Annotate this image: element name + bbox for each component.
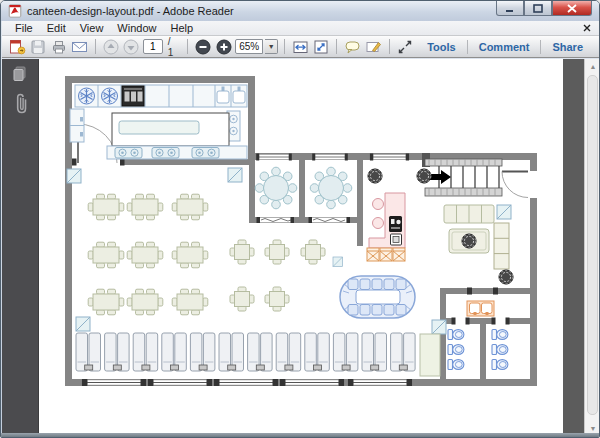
comment-button[interactable]: Comment <box>468 41 541 53</box>
wall-mirror <box>497 205 511 219</box>
window-controls <box>496 1 592 16</box>
kitchen-area <box>70 85 247 159</box>
comment-bubble-icon[interactable] <box>343 38 362 56</box>
save-icon[interactable] <box>29 38 48 56</box>
fit-width-icon[interactable] <box>291 38 310 56</box>
email-icon[interactable] <box>70 38 89 56</box>
storage-cabinet <box>420 334 440 376</box>
close-button[interactable] <box>552 1 592 16</box>
service-counter <box>367 193 405 261</box>
coffee-machine <box>389 216 402 232</box>
staircase <box>425 159 502 196</box>
kitchen-island <box>112 113 229 146</box>
dining-area <box>88 194 325 315</box>
canteen-floor-plan <box>65 76 537 386</box>
next-page-icon[interactable] <box>122 38 141 56</box>
scrollbar-thumb[interactable] <box>587 75 598 415</box>
document-area: ▲ ▼ <box>2 59 600 435</box>
zoom-dropdown-arrow[interactable]: ▼ <box>265 39 278 54</box>
stove-counter <box>107 146 247 159</box>
toolbar-separator <box>95 39 96 54</box>
sign-stamp-icon[interactable] <box>364 38 383 56</box>
page-number-input[interactable] <box>143 39 163 54</box>
zoom-out-icon[interactable] <box>194 38 213 56</box>
zoom-level-value[interactable]: 65% <box>235 39 264 54</box>
toolbar-separator <box>336 39 337 54</box>
navigation-pane <box>2 59 39 435</box>
print-icon[interactable] <box>49 38 68 56</box>
toolbar-separator <box>284 39 285 54</box>
vertical-scrollbar[interactable]: ▲ ▼ <box>584 59 600 435</box>
fit-page-icon[interactable] <box>312 38 331 56</box>
kitchen-cabinets <box>70 109 84 142</box>
menu-view[interactable]: View <box>73 21 111 35</box>
adobe-reader-app-icon <box>8 4 22 18</box>
oval-banquet-table <box>340 276 415 318</box>
maximize-button[interactable] <box>524 1 552 16</box>
window-title: canteen-design-layout.pdf - Adobe Reader <box>27 5 234 17</box>
pdf-page[interactable] <box>39 59 563 435</box>
adobe-reader-window: canteen-design-layout.pdf - Adobe Reader… <box>0 0 600 438</box>
toolbar-right-actions: Tools Comment Share <box>416 40 594 54</box>
page-total-label: / 1 <box>168 36 178 58</box>
menu-window[interactable]: Window <box>110 21 163 35</box>
open-icon[interactable] <box>8 38 27 56</box>
lounge-area <box>444 205 511 269</box>
round-table-2 <box>310 167 352 209</box>
menu-edit[interactable]: Edit <box>40 21 73 35</box>
share-button[interactable]: Share <box>541 41 594 53</box>
page-thumbnails-icon[interactable] <box>11 65 29 83</box>
document-pane: ▲ ▼ <box>39 59 600 435</box>
menu-bar: File Edit View Window Help <box>2 21 600 36</box>
tools-button[interactable]: Tools <box>416 41 467 53</box>
attachments-paperclip-icon[interactable] <box>12 93 28 115</box>
restroom-sinks <box>467 301 494 316</box>
document-close-icon[interactable] <box>580 22 594 34</box>
scroll-up-icon[interactable]: ▲ <box>585 59 600 73</box>
booth-seating-row <box>76 333 415 371</box>
round-table-1 <box>255 167 297 209</box>
previous-page-icon[interactable] <box>102 38 121 56</box>
minimize-button[interactable] <box>496 1 524 16</box>
toolbar-separator <box>187 39 188 54</box>
menu-file[interactable]: File <box>8 21 40 35</box>
zoom-in-icon[interactable] <box>214 38 233 56</box>
fullscreen-icon[interactable] <box>396 38 415 56</box>
menu-help[interactable]: Help <box>163 21 200 35</box>
window-bottom-border <box>1 433 599 437</box>
oven-unit <box>122 86 144 106</box>
toolbar-separator <box>389 39 390 54</box>
main-toolbar: / 1 65% ▼ <box>2 36 600 58</box>
restrooms <box>448 301 508 370</box>
